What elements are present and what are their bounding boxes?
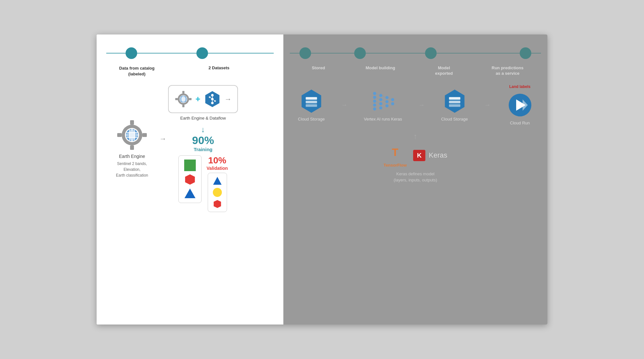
right-icons-row: Cloud Storage → <box>290 84 541 125</box>
right-node-3 <box>425 47 437 59</box>
earth-engine-sublabel: Sentinel 2 bands,Elevation,Earth classif… <box>116 161 148 178</box>
right-node-4 <box>520 47 531 59</box>
training-section: ↓ 90% Training <box>168 125 238 212</box>
step-labels-left: Data from catalog (labeled) 2 Datasets <box>106 65 274 77</box>
svg-rect-22 <box>175 98 178 101</box>
flow-arrow-2: → <box>418 101 425 109</box>
step-run-predictions: Run predictionsas a service <box>487 65 528 76</box>
svg-rect-51 <box>306 104 317 107</box>
left-panel: Data from catalog (labeled) 2 Datasets <box>97 34 283 325</box>
svg-line-67 <box>376 97 379 100</box>
svg-marker-45 <box>185 189 195 198</box>
validation-section: 10% Validation <box>207 155 228 212</box>
svg-rect-49 <box>306 97 317 100</box>
svg-point-62 <box>385 100 389 103</box>
svg-rect-50 <box>306 101 317 103</box>
svg-rect-2 <box>130 145 134 150</box>
validation-percent: 10% <box>208 155 226 166</box>
cloud-run-icon <box>507 92 533 118</box>
step-model-exported: Modelexported <box>426 65 462 76</box>
right-timeline-line <box>290 53 541 53</box>
svg-marker-44 <box>185 174 194 185</box>
flow-arrow-1: → <box>341 101 347 109</box>
svg-rect-74 <box>449 101 460 103</box>
cloud-run-label: Cloud Run <box>510 121 530 125</box>
tensorflow-col: T TensorFlow <box>384 143 407 168</box>
svg-point-63 <box>385 104 389 107</box>
svg-point-60 <box>379 106 383 110</box>
svg-point-64 <box>391 98 394 101</box>
cloud-storage-2-col: Cloud Storage <box>441 88 468 121</box>
dataflow-icon <box>204 90 221 108</box>
svg-point-53 <box>373 96 376 99</box>
slide-container: Data from catalog (labeled) 2 Datasets <box>97 34 547 325</box>
vertex-ai-icon <box>370 88 396 114</box>
svg-point-61 <box>385 96 389 99</box>
cloud-storage-1-icon <box>298 88 324 114</box>
svg-rect-21 <box>182 105 185 107</box>
step1-label: Data from catalog (labeled) <box>106 65 167 77</box>
svg-line-71 <box>389 98 391 100</box>
svg-rect-20 <box>182 91 185 94</box>
green-square <box>184 160 196 171</box>
keras-badge: K <box>413 150 425 161</box>
validation-label: Validation <box>207 166 228 171</box>
keras-label: Keras <box>429 151 447 160</box>
tf-keras-section: ↑ T TensorFlow K Keras Kera <box>290 132 541 183</box>
red-hexagon <box>184 174 196 185</box>
vertex-ai-label: Vertex AI runs Keras <box>364 117 402 121</box>
cloud-storage-2-icon <box>442 88 468 114</box>
arrow-out: → <box>224 95 232 103</box>
svg-point-57 <box>379 94 383 97</box>
svg-point-55 <box>373 103 376 107</box>
down-arrow: ↓ <box>201 125 205 134</box>
cloud-storage-1-label: Cloud Storage <box>298 117 325 121</box>
svg-rect-1 <box>130 120 134 125</box>
right-panel: Stored Model building Modelexported Run … <box>283 34 547 325</box>
svg-point-31 <box>180 98 187 101</box>
svg-marker-46 <box>213 177 221 185</box>
ee-gear-small <box>175 90 192 108</box>
svg-line-66 <box>376 93 379 95</box>
flow-arrow-3: → <box>484 101 491 109</box>
svg-text:T: T <box>392 146 398 158</box>
left-timeline <box>106 47 274 59</box>
svg-line-69 <box>383 95 386 97</box>
timeline-node-2 <box>196 47 208 59</box>
training-label: Training <box>194 147 212 152</box>
cloud-storage-2-label: Cloud Storage <box>441 117 468 121</box>
training-shapes-box <box>178 155 202 203</box>
training-percent: 90% <box>192 134 214 147</box>
svg-point-54 <box>373 100 376 103</box>
keras-col: K Keras <box>413 150 447 161</box>
svg-rect-75 <box>449 104 460 107</box>
svg-point-13 <box>126 132 138 138</box>
right-step-labels: Stored Model building Modelexported Run … <box>290 65 541 76</box>
cloud-storage-1-col: Cloud Storage <box>298 88 325 121</box>
right-timeline <box>290 47 541 59</box>
shapes-row: 10% Validation <box>178 155 228 212</box>
right-node-1 <box>299 47 311 59</box>
timeline-node-1 <box>126 47 137 59</box>
plus-icon: + <box>195 94 200 104</box>
eed-label: Earth Engine & Dataflow <box>168 116 238 121</box>
tf-keras-row: T TensorFlow K Keras <box>384 143 447 168</box>
step-stored: Stored <box>302 65 335 76</box>
svg-point-58 <box>379 98 383 101</box>
val-red-hexagon <box>213 199 222 209</box>
validation-shapes-box <box>208 173 227 212</box>
svg-line-70 <box>383 100 386 102</box>
svg-line-68 <box>376 101 379 104</box>
svg-point-56 <box>373 107 376 111</box>
earth-engine-icon <box>116 119 148 151</box>
svg-point-65 <box>391 102 394 105</box>
svg-rect-73 <box>449 97 460 100</box>
yellow-circle <box>213 188 222 197</box>
left-icons-row: Earth Engine Sentinel 2 bands,Elevation,… <box>106 85 274 212</box>
vertex-ai-col: Vertex AI runs Keras <box>364 88 402 121</box>
earth-engine-label: Earth Engine <box>119 154 145 159</box>
earth-engine-col: Earth Engine Sentinel 2 bands,Elevation,… <box>106 119 158 178</box>
blue-triangle <box>184 188 196 199</box>
dataset-box: + → <box>168 85 238 113</box>
val-blue-triangle <box>213 176 222 185</box>
